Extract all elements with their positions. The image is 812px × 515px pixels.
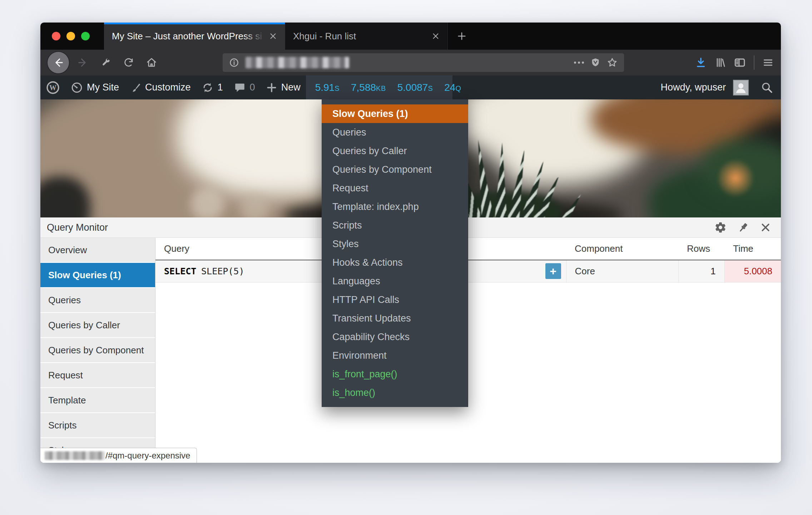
window-controls: [40, 23, 104, 50]
qm-tab-queries[interactable]: Queries: [40, 288, 155, 313]
updates-menu[interactable]: 1: [196, 75, 228, 99]
qm-tab-scripts[interactable]: Scripts: [40, 413, 155, 438]
new-content-menu[interactable]: New: [261, 75, 306, 99]
my-site-label: My Site: [87, 82, 119, 93]
qm-stat-query-time: 5.0087S: [397, 82, 433, 93]
col-header-component: Component: [566, 238, 678, 260]
qm-tab-overview[interactable]: Overview: [40, 238, 155, 263]
menu-item-hooks-actions[interactable]: Hooks & Actions: [322, 253, 468, 272]
menu-item-template[interactable]: Template: index.php: [322, 197, 468, 216]
bookmark-star-icon[interactable]: [607, 57, 618, 68]
zoom-window-button[interactable]: [81, 32, 90, 40]
col-header-rows: Rows: [678, 238, 724, 260]
updates-count: 1: [218, 82, 223, 93]
succulent-plant: [444, 121, 616, 217]
menu-item-styles[interactable]: Styles: [322, 235, 468, 253]
qm-sidebar: Overview Slow Queries (1) Queries Querie…: [40, 238, 155, 463]
sidebar-toggle-icon[interactable]: [734, 57, 746, 69]
browser-toolbar: [40, 50, 781, 75]
tab-close-icon[interactable]: [269, 32, 277, 40]
howdy-label[interactable]: Howdy, wpuser: [660, 82, 726, 93]
menu-hamburger-icon[interactable]: [762, 57, 774, 68]
menu-item-http-api-calls[interactable]: HTTP API Calls: [322, 290, 468, 309]
info-icon[interactable]: [229, 58, 239, 68]
menu-item-queries[interactable]: Queries: [322, 123, 468, 142]
col-header-time: Time: [724, 238, 781, 260]
tab-title: Xhgui - Run list: [293, 31, 427, 42]
wp-admin-bar: W My Site Customize 1 0 New 5.91S 7,588K…: [40, 75, 781, 99]
menu-item-slow-queries[interactable]: Slow Queries (1): [322, 104, 468, 123]
library-icon[interactable]: [714, 57, 726, 68]
svg-text:W: W: [49, 84, 56, 92]
customize-label: Customize: [145, 82, 191, 93]
redacted-host: [45, 451, 105, 460]
page-tools-icon[interactable]: [97, 54, 115, 72]
redacted-url: [246, 57, 349, 68]
page-actions-icon[interactable]: [574, 62, 584, 64]
qm-tab-template[interactable]: Template: [40, 388, 155, 413]
qm-admin-bar-dropdown: Slow Queries (1) Queries Queries by Call…: [322, 99, 468, 407]
menu-item-capability-checks[interactable]: Capability Checks: [322, 328, 468, 346]
qm-tab-slow-queries[interactable]: Slow Queries (1): [40, 263, 155, 288]
tracking-shield-icon[interactable]: [590, 58, 600, 68]
reload-icon[interactable]: [120, 54, 138, 72]
avatar[interactable]: [733, 80, 749, 95]
menu-item-queries-by-caller[interactable]: Queries by Caller: [322, 142, 468, 160]
menu-item-queries-by-component[interactable]: Queries by Component: [322, 160, 468, 179]
tab-my-site[interactable]: My Site – Just another WordPress si: [104, 23, 285, 50]
menu-item-scripts[interactable]: Scripts: [322, 216, 468, 235]
pin-icon[interactable]: [737, 221, 749, 234]
qm-stat-load-time: 5.91S: [315, 82, 340, 93]
rows-cell: 1: [678, 260, 724, 282]
tab-title: My Site – Just another WordPress si: [112, 31, 265, 42]
browser-window: My Site – Just another WordPress si Xhgu…: [40, 23, 781, 463]
my-site-menu[interactable]: My Site: [65, 75, 124, 99]
time-cell: 5.0008: [724, 260, 781, 282]
customize-menu[interactable]: Customize: [124, 75, 196, 99]
menu-item-languages[interactable]: Languages: [322, 272, 468, 290]
new-label: New: [281, 82, 301, 93]
qm-content: Query Component Rows Time SELECTSLEEP(5)…: [155, 238, 781, 463]
tab-xhgui[interactable]: Xhgui - Run list: [285, 23, 447, 50]
close-window-button[interactable]: [52, 32, 60, 40]
link-preview-status-bar: /#qm-query-expensive: [40, 448, 197, 463]
qm-tab-queries-by-caller[interactable]: Queries by Caller: [40, 313, 155, 338]
component-cell: Core: [566, 260, 678, 282]
expand-row-button[interactable]: +: [545, 263, 561, 279]
bokeh-orange: [718, 158, 753, 198]
qm-panel-title: Query Monitor: [47, 222, 108, 233]
downloads-icon[interactable]: [695, 57, 707, 68]
qm-stat-memory: 7,588KB: [351, 82, 386, 93]
query-monitor-admin-bar-button[interactable]: 5.91S 7,588KB 5.0087S 24Q: [306, 75, 452, 99]
comments-count: 0: [250, 82, 255, 93]
home-icon[interactable]: [143, 54, 160, 72]
slow-queries-table: Query Component Rows Time SELECTSLEEP(5)…: [155, 238, 781, 283]
browser-tab-bar: My Site – Just another WordPress si Xhgu…: [40, 23, 781, 50]
back-button[interactable]: [48, 52, 69, 73]
search-icon[interactable]: [761, 82, 773, 94]
forward-button[interactable]: [74, 54, 92, 72]
comments-menu[interactable]: 0: [228, 75, 261, 99]
toolbar-separator: [754, 55, 754, 70]
close-panel-icon[interactable]: [760, 222, 771, 233]
url-bar[interactable]: [223, 53, 624, 72]
qm-tab-queries-by-component[interactable]: Queries by Component: [40, 338, 155, 363]
qm-stat-query-count: 24Q: [444, 82, 461, 93]
menu-item-request[interactable]: Request: [322, 179, 468, 197]
new-tab-button[interactable]: [447, 23, 475, 50]
menu-item-environment[interactable]: Environment: [322, 346, 468, 365]
settings-gear-icon[interactable]: [714, 221, 727, 234]
minimize-window-button[interactable]: [66, 32, 75, 40]
menu-item-is-home[interactable]: is_home(): [322, 383, 468, 402]
tab-close-icon[interactable]: [432, 32, 440, 40]
menu-item-is-front-page[interactable]: is_front_page(): [322, 365, 468, 383]
status-link-suffix: /#qm-query-expensive: [105, 451, 190, 461]
table-row: SELECTSLEEP(5) + Core 1 5.0008: [155, 260, 781, 282]
wordpress-logo[interactable]: W: [40, 75, 65, 99]
qm-tab-request[interactable]: Request: [40, 363, 155, 388]
menu-item-transient-updates[interactable]: Transient Updates: [322, 309, 468, 328]
